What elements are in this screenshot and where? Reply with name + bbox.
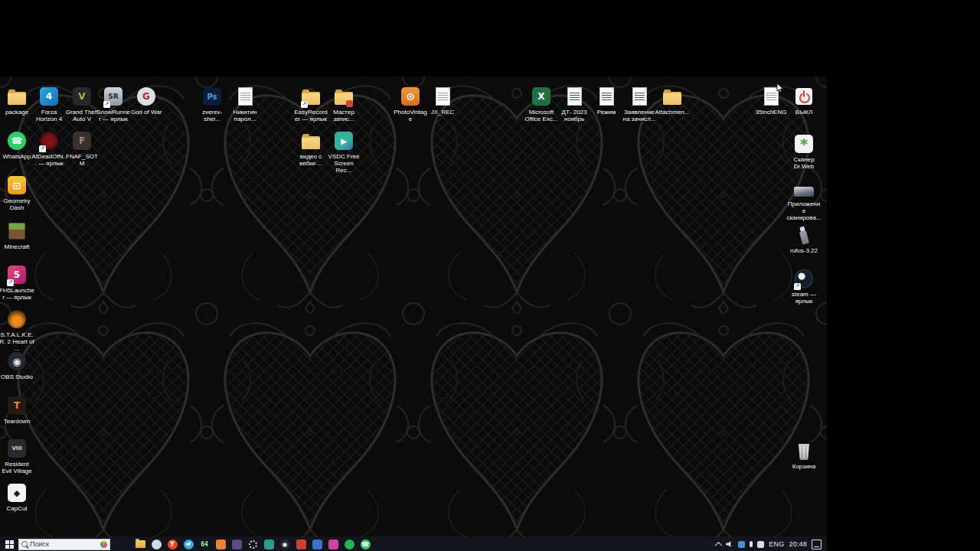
desktop-icon-jx-rec[interactable]: JX_REC	[425, 86, 460, 116]
tray-app-icon-1[interactable]	[738, 541, 745, 548]
desktop-icon-rezhim[interactable]: Режим	[589, 86, 624, 116]
desktop-icon-drweb-scanner[interactable]: *Сканер Dr.Web	[786, 133, 822, 170]
desktop-icon-rufus[interactable]: rufus-3.22	[786, 224, 822, 254]
desktop-icon-label: Minecraft	[0, 243, 34, 250]
desktop-icon-power-off[interactable]: ВЫКЛ	[786, 86, 822, 116]
desktop-icon-forza-horizon-4[interactable]: 4Forza Horizon 4	[31, 86, 67, 122]
desktop-icon-geometry-dash[interactable]: ⊡Geometry Dash	[0, 174, 34, 211]
desktop-icon-snowrunner[interactable]: SR↗SnowRunner — ярлык	[96, 86, 131, 122]
taskbar-app-telegram[interactable]	[183, 539, 194, 549]
system-tray: ENG 20:48	[716, 540, 827, 549]
taskbar-app-fps-counter[interactable]: 64	[199, 539, 210, 549]
taskbar-app-app-teal[interactable]	[263, 539, 274, 549]
spotify-icon	[345, 540, 354, 549]
desktop-icon-zverev-psd[interactable]: Pszverev-shel...	[194, 86, 230, 122]
desktop-icon-label: Заявление на зачисл...	[622, 109, 657, 122]
microphone-icon[interactable]	[750, 541, 753, 547]
desktop-icon-teardown[interactable]: TTeardown	[0, 395, 34, 425]
desktop-icon-zayavlenie-na-zachislenie[interactable]: Заявление на зачисл...	[622, 86, 657, 122]
desktop-icon-label: FNAF_SOTM	[64, 153, 100, 167]
taskbar-app-settings[interactable]	[247, 539, 258, 549]
desktop-icon-label: EasyRecorder — ярлык	[293, 109, 328, 122]
taskbar-apps: Y64◉☎	[135, 539, 371, 549]
action-center-icon[interactable]	[812, 540, 822, 549]
desktop-icon-fh5-launcher[interactable]: 5↗FH5Launcher — ярлык	[0, 264, 34, 301]
search-box[interactable]: Поиск	[18, 539, 110, 550]
desktop-icon-label: видео с вебки ...	[293, 153, 328, 167]
desktop-icon-easyrecorder[interactable]: ↗EasyRecorder — ярлык	[293, 86, 328, 122]
file-explorer-icon	[136, 540, 145, 548]
desktop-icon-label: VSDC Free Screen Rec...	[326, 153, 361, 174]
mouse-cursor	[776, 83, 784, 93]
desktop-icon-ms-office-excel[interactable]: XMicrosoft Office Exc...	[524, 86, 559, 122]
desktop-icon-obs-studio[interactable]: ◉OBS Studio	[0, 350, 34, 380]
taskbar-app-app-blue[interactable]	[312, 539, 322, 549]
desktop-icon-minecraft[interactable]: Minecraft	[0, 220, 34, 250]
jx-rec-icon	[432, 86, 453, 107]
desktop-icon-label: ВЫКЛ	[786, 109, 822, 116]
desktop-icon-photovintage[interactable]: ⊙PhotoVintage	[393, 86, 428, 122]
fh5-launcher-icon: 5↗	[6, 264, 28, 285]
nikitin-passwords-icon	[234, 86, 256, 107]
package-icon	[6, 86, 28, 107]
taskbar-app-app-red[interactable]	[296, 539, 306, 549]
desktop-icon-vsdc-recorder[interactable]: ▶VSDC Free Screen Rec...	[326, 130, 361, 174]
desktop-icon-recycle-bin[interactable]: Корзина	[786, 440, 822, 470]
desktop-screen: package4Forza Horizon 4VGrand Theft Auto…	[0, 77, 827, 551]
easyrecorder-icon: ↗	[300, 86, 322, 107]
desktop-icon-label: Geometry Dash	[0, 197, 34, 211]
desktop-icon-master-zapisi[interactable]: Мастер запис...	[326, 86, 361, 122]
taskbar-app-obs-studio[interactable]: ◉	[279, 539, 290, 549]
snowrunner-icon: SR↗	[103, 86, 124, 107]
taskbar-app-app-pink[interactable]	[328, 539, 338, 549]
desktop-icon-label: Resident Evil Village	[0, 461, 34, 474]
desktop-icon-webcam-video[interactable]: видео с вебки ...	[293, 130, 328, 167]
desktop-icon-scanner-app[interactable]: Приложение сканирова...	[786, 178, 822, 221]
taskbar-app-browser-light[interactable]	[151, 539, 162, 549]
desktop-icon-package[interactable]: package	[0, 86, 34, 116]
forza-horizon-4-icon: 4	[38, 86, 60, 107]
desktop-icon-steam[interactable]: ↗steam — ярлык	[786, 268, 822, 305]
webcam-video-icon	[300, 130, 322, 152]
taskbar-app-spotify[interactable]	[344, 539, 354, 549]
desktop-icon-label: FH5Launcher — ярлык	[0, 287, 34, 301]
search-highlights-icon	[100, 541, 107, 548]
obs-studio-icon: ◉	[280, 540, 290, 549]
volume-icon[interactable]	[726, 541, 733, 548]
desktop-icon-attachments[interactable]: Attachmen...	[655, 86, 690, 116]
desktop-icon-label: zverev-shel...	[194, 109, 230, 122]
taskbar-app-file-explorer[interactable]	[135, 539, 145, 549]
drweb-scanner-icon: *	[793, 133, 815, 155]
desktop-icon-god-of-war[interactable]: GGod of War	[129, 86, 164, 116]
taskbar-app-app-purple[interactable]	[231, 539, 242, 549]
tray-chevron-up-icon[interactable]	[715, 541, 723, 549]
desktop-icon-stalker-2[interactable]: S.T.A.L.K.E.R. 2 Heart of ...	[0, 308, 34, 352]
fnaf-sotm-icon: F	[71, 130, 93, 152]
taskbar-app-whatsapp[interactable]: ☎	[360, 539, 371, 549]
desktop-icon-label: Forza Horizon 4	[31, 109, 67, 122]
obs-studio-icon: ◉	[6, 350, 28, 372]
desktop-icon-dt-2023-november[interactable]: ДТ- 2023 ноябрь	[557, 86, 592, 122]
desktop-icon-nikitin-passwords[interactable]: Никитин парол...	[227, 86, 263, 122]
desktop-icon-at-dead-of-night[interactable]: ↗AtDeadOfN... — ярлык	[31, 130, 67, 167]
desktop-icon-label: Мастер запис...	[326, 109, 361, 122]
tray-app-icon-2[interactable]	[757, 541, 764, 548]
start-button[interactable]	[0, 537, 18, 551]
desktop-icon-label: Teardown	[0, 418, 34, 425]
taskbar-app-app-orange[interactable]	[215, 539, 226, 549]
language-indicator[interactable]: ENG	[769, 540, 784, 548]
browser-light-icon	[152, 540, 162, 549]
desktop-icons: package4Forza Horizon 4VGrand Theft Auto…	[0, 77, 827, 551]
rezhim-icon	[596, 86, 617, 107]
desktop-icon-resident-evil-village[interactable]: VIIIResident Evil Village	[0, 438, 34, 474]
desktop-icon-whatsapp[interactable]: ☎WhatsApp	[0, 130, 34, 160]
app-pink-icon	[328, 540, 338, 549]
desktop-icon-label: package	[0, 109, 34, 116]
desktop-icon-fnaf-sotm[interactable]: FFNAF_SOTM	[64, 130, 100, 167]
photovintage-icon: ⊙	[400, 86, 421, 107]
desktop-icon-gta-v[interactable]: VGrand Theft Auto V	[64, 86, 100, 122]
yandex-browser-icon: Y	[168, 540, 178, 549]
taskbar-app-yandex-browser[interactable]: Y	[167, 539, 178, 549]
desktop-icon-capcut[interactable]: ◆CapCut	[0, 482, 34, 512]
clock[interactable]: 20:48	[789, 540, 807, 548]
